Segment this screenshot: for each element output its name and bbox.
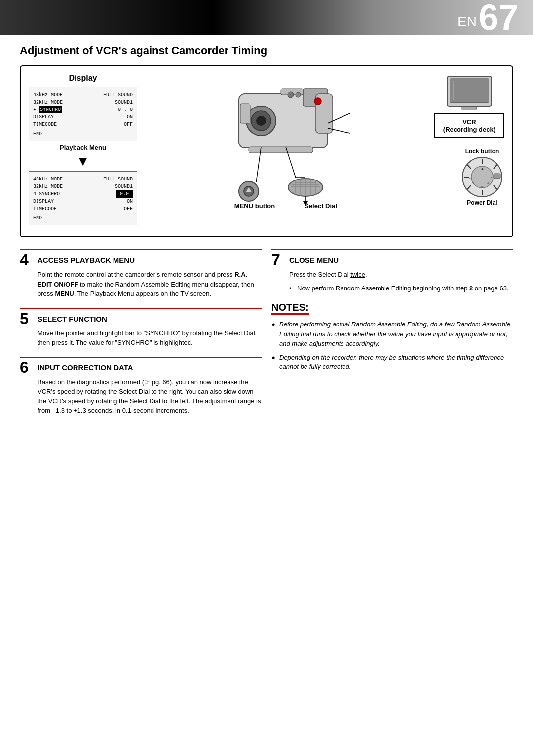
step-4-header: 4 ACCESS PLAYBACK MENU — [20, 252, 262, 268]
display-section: Display 48kHz MODEFULL SOUND 32kHz MODES… — [29, 74, 504, 228]
diagram-center: MENU button Select Dial — [147, 74, 424, 210]
svg-rect-35 — [462, 107, 477, 109]
svg-rect-52 — [494, 174, 500, 179]
svg-text:A: A — [487, 182, 489, 185]
svg-text:M: M — [481, 186, 483, 189]
step-5: 5 SELECT FUNCTION Move the pointer and h… — [20, 308, 262, 348]
notes-title: NOTES: — [271, 302, 309, 315]
arrow-down-icon: ▼ — [29, 153, 137, 169]
menu-row: 48kHz MODEFULL SOUND — [33, 91, 133, 99]
steps-right: 7 CLOSE MENU Press the Select Dial twice… — [271, 249, 513, 425]
menu-row: DISPLAYON — [33, 198, 133, 205]
controls-labels: MENU button Select Dial — [234, 202, 337, 210]
lock-power-area: Lock button — [460, 148, 504, 206]
power-dial-label: Power Dial — [467, 199, 497, 206]
menu-screen-2: 48kHz MODEFULL SOUND 32kHz MODESOUND1 4 … — [29, 171, 137, 225]
svg-point-9 — [296, 92, 301, 97]
menu-row: 32kHz MODESOUND1 — [33, 183, 133, 190]
step-4-body: Point the remote control at the camcorde… — [20, 270, 262, 299]
section-title: Adjustment of VCR's against Camcorder Ti… — [20, 44, 513, 57]
svg-text:▲: ▲ — [481, 167, 484, 170]
select-dial-label: Select Dial — [305, 202, 337, 210]
step-6: 6 INPUT CORRECTION DATA Based on the dia… — [20, 357, 262, 416]
vcr-sublabel: (Recording deck) — [443, 126, 495, 133]
svg-text:S: S — [472, 182, 474, 185]
step-5-title: SELECT FUNCTION — [38, 311, 107, 323]
vcr-area: VCR (Recording deck) — [434, 74, 504, 138]
vcr-label: VCR — [462, 118, 476, 126]
header-bar: EN 67 — [0, 0, 533, 35]
menu-row: DISPLAYON — [33, 113, 133, 121]
page-number: 67 — [479, 0, 518, 35]
step-5-header: 5 SELECT FUNCTION — [20, 311, 262, 326]
menu-row: TIMECODEOFF — [33, 205, 133, 213]
menu-row: 48kHz MODEFULL SOUND — [33, 176, 133, 183]
lock-button-label: Lock button — [465, 148, 499, 155]
svg-rect-7 — [240, 104, 250, 123]
step-5-number: 5 — [20, 311, 34, 326]
menu-row-synchro: ✦ SYNCHRO0 . 0 — [33, 106, 133, 113]
step-4-title: ACCESS PLAYBACK MENU — [38, 252, 135, 264]
end-row-2: END — [33, 216, 133, 221]
step-5-body: Move the pointer and highlight bar to "S… — [20, 328, 262, 348]
steps-left: 4 ACCESS PLAYBACK MENU Point the remote … — [20, 249, 262, 425]
svg-rect-11 — [249, 147, 313, 153]
notes-section: NOTES: Before performing actual Random A… — [271, 302, 513, 372]
display-panel: Display 48kHz MODEFULL SOUND 32kHz MODES… — [29, 74, 137, 228]
menu-button-label: MENU button — [234, 202, 275, 210]
menu-row: 32kHz MODESOUND1 — [33, 99, 133, 106]
right-side: VCR (Recording deck) Lock button — [434, 74, 504, 206]
step-7-bullet: Now perform Random Assemble Editing begi… — [289, 284, 513, 293]
step-4-number: 4 — [20, 252, 34, 268]
step-7-number: 7 — [271, 252, 285, 268]
main-content: Adjustment of VCR's against Camcorder Ti… — [0, 35, 533, 434]
diagram-box: Display 48kHz MODEFULL SOUND 32kHz MODES… — [20, 65, 513, 237]
svg-rect-32 — [451, 79, 488, 103]
vcr-monitor-icon — [445, 74, 494, 113]
svg-point-10 — [314, 98, 321, 105]
notes-item-1: Before performing actual Random Assemble… — [271, 320, 513, 349]
steps-container: 4 ACCESS PLAYBACK MENU Point the remote … — [20, 249, 513, 425]
step-4: 4 ACCESS PLAYBACK MENU Point the remote … — [20, 249, 262, 299]
step-6-number: 6 — [20, 360, 34, 375]
notes-item-2: Depending on the recorder, there may be … — [271, 353, 513, 372]
display-title: Display — [29, 74, 137, 83]
power-dial-icon: ▲ P A M S E — [460, 155, 504, 199]
vcr-label-box: VCR (Recording deck) — [434, 113, 504, 138]
svg-point-3 — [256, 116, 266, 126]
step-7-title: CLOSE MENU — [289, 252, 339, 264]
camcorder-diagram — [209, 74, 362, 212]
svg-text:E: E — [469, 176, 471, 179]
svg-point-8 — [288, 92, 294, 98]
step-6-title: INPUT CORRECTION DATA — [38, 360, 133, 372]
svg-text:P: P — [490, 176, 492, 179]
step-7-header: 7 CLOSE MENU — [271, 252, 513, 268]
notes-list: Before performing actual Random Assemble… — [271, 320, 513, 372]
step-7: 7 CLOSE MENU Press the Select Dial twice… — [271, 249, 513, 293]
step-6-body: Based on the diagnostics performed (☞ pg… — [20, 377, 262, 416]
step-7-body: Press the Select Dial twice. Now perform… — [271, 270, 513, 293]
menu-screen-1: 48kHz MODEFULL SOUND 32kHz MODESOUND1 ✦ … — [29, 87, 137, 141]
step-6-header: 6 INPUT CORRECTION DATA — [20, 360, 262, 375]
menu-row-synchro-2: 4 SYNCHRO-0.0- — [33, 190, 133, 198]
end-row: END — [33, 131, 133, 137]
playback-menu-label: Playback Menu — [29, 144, 137, 151]
menu-row: TIMECODEOFF — [33, 121, 133, 128]
en-label: EN — [457, 14, 477, 35]
